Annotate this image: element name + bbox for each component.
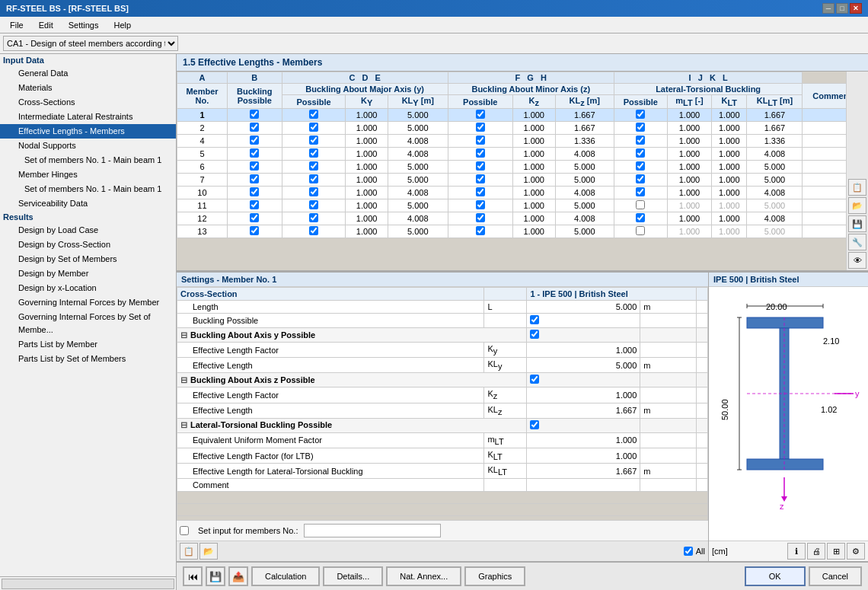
cb-bp-5[interactable] [250, 148, 259, 158]
value-comment[interactable] [527, 479, 640, 492]
cb-ltp-1[interactable] [636, 110, 645, 119]
toolbar-save-btn[interactable]: 💾 [848, 215, 866, 232]
sidebar-item-general-data[interactable]: General Data [0, 66, 176, 81]
sidebar-item-parts-set[interactable]: Parts List by Set of Members [0, 352, 176, 366]
settings-btn-1[interactable]: 📋 [180, 543, 198, 560]
cb-bzp-5[interactable] [476, 148, 485, 158]
nat-annex-button[interactable]: Nat. Annex... [386, 566, 461, 586]
table-container[interactable]: A B C D E F G H I J K L MemberNo. Buckli… [177, 72, 846, 270]
cb-bzp-1[interactable] [476, 110, 485, 119]
minimize-button[interactable]: ─ [822, 3, 834, 14]
members-input[interactable] [304, 524, 441, 537]
cb-ltp-6[interactable] [636, 161, 645, 171]
cb-bp-10[interactable] [250, 187, 259, 196]
cb-bp-1[interactable] [250, 110, 259, 119]
cb-bzp-4[interactable] [476, 136, 485, 145]
cb-bzp-13[interactable] [476, 226, 485, 235]
cb-byp-1[interactable] [309, 110, 318, 119]
sidebar-item-intermediate-lateral[interactable]: Intermediate Lateral Restraints [0, 110, 176, 124]
cb-ltp-2[interactable] [636, 123, 645, 132]
menu-edit[interactable]: Edit [32, 18, 60, 32]
case-dropdown[interactable]: CA1 - Design of steel members according … [3, 36, 178, 51]
sidebar-item-design-member[interactable]: Design by Member [0, 266, 176, 281]
details-button[interactable]: Details... [323, 566, 383, 586]
sidebar-item-nodal-set1[interactable]: Set of members No. 1 - Main beam 1 [0, 153, 176, 167]
cb-bp-6[interactable] [250, 161, 259, 171]
cb-bp-7[interactable] [250, 174, 259, 183]
maximize-button[interactable]: □ [836, 3, 848, 14]
value-mlt[interactable]: 1.000 [527, 432, 640, 448]
diagram-settings-btn[interactable]: ⚙ [847, 543, 865, 560]
save-button[interactable]: 💾 [206, 566, 225, 586]
cb-all[interactable] [684, 547, 693, 556]
cb-ltp-12[interactable] [636, 213, 645, 222]
cb-bzp-7[interactable] [476, 174, 485, 183]
cb-bzp-2[interactable] [476, 123, 485, 132]
cb-byp-6[interactable] [309, 161, 318, 171]
sidebar-item-gov-set[interactable]: Governing Internal Forces by Set of Memb… [0, 310, 176, 337]
cb-byp-7[interactable] [309, 174, 318, 183]
sidebar-item-effective-lengths[interactable]: Effective Lengths - Members [0, 124, 176, 139]
toolbar-settings-btn[interactable]: 🔧 [848, 234, 866, 250]
settings-btn-2[interactable]: 📂 [199, 543, 218, 560]
value-kz[interactable]: 1.000 [527, 387, 640, 403]
cb-buckling-possible[interactable] [530, 315, 539, 324]
cb-byp-12[interactable] [309, 213, 318, 222]
sidebar-item-member-hinges[interactable]: Member Hinges [0, 167, 176, 182]
cb-byp-4[interactable] [309, 136, 318, 145]
cb-bzp-10[interactable] [476, 187, 485, 196]
value-ky[interactable]: 1.000 [527, 343, 640, 358]
value-klz[interactable]: 1.667 [527, 403, 640, 418]
sidebar-item-design-x[interactable]: Design by x-Location [0, 281, 176, 295]
calculation-button[interactable]: Calculation [251, 566, 320, 586]
cb-byp-11[interactable] [309, 200, 318, 209]
diagram-info-btn[interactable]: ℹ [787, 543, 806, 560]
graphics-button[interactable]: Graphics [464, 566, 525, 586]
cb-byp-2[interactable] [309, 123, 318, 132]
cb-buckling-y[interactable] [530, 330, 539, 339]
sidebar-item-cross-sections[interactable]: Cross-Sections [0, 95, 176, 110]
toolbar-paste-btn[interactable]: 📂 [848, 197, 866, 214]
cb-byp-10[interactable] [309, 187, 318, 196]
cb-byp-13[interactable] [309, 226, 318, 235]
sidebar-item-nodal-supports[interactable]: Nodal Supports [0, 139, 176, 153]
cb-byp-5[interactable] [309, 148, 318, 158]
cb-bp-4[interactable] [250, 136, 259, 145]
diagram-print-btn[interactable]: 🖨 [807, 543, 825, 560]
sidebar-item-hinge-set1[interactable]: Set of members No. 1 - Main beam 1 [0, 182, 176, 196]
cb-ltp-11[interactable] [636, 200, 645, 209]
sidebar-item-design-load[interactable]: Design by Load Case [0, 223, 176, 238]
cb-ltp-7[interactable] [636, 174, 645, 183]
cb-bp-12[interactable] [250, 213, 259, 222]
sidebar-item-materials[interactable]: Materials [0, 81, 176, 95]
cancel-button[interactable]: Cancel [809, 566, 862, 586]
sidebar-scrollbar[interactable] [0, 576, 176, 590]
cb-ltp-5[interactable] [636, 148, 645, 158]
nav-back-button[interactable]: ⏮ [183, 566, 203, 586]
close-button[interactable]: ✕ [850, 3, 862, 14]
settings-table[interactable]: Cross-Section 1 - IPE 500 | British Stee… [177, 287, 708, 520]
toolbar-view-btn[interactable]: 👁 [848, 252, 866, 269]
value-kly[interactable]: 5.000 [527, 358, 640, 373]
cb-ltp-13[interactable] [636, 226, 645, 235]
menu-help[interactable]: Help [107, 18, 138, 32]
diagram-fit-btn[interactable]: ⊞ [827, 543, 845, 560]
export-button[interactable]: 📤 [228, 566, 248, 586]
menu-settings[interactable]: Settings [62, 18, 106, 32]
cb-bp-13[interactable] [250, 226, 259, 235]
sidebar-item-design-cross[interactable]: Design by Cross-Section [0, 238, 176, 252]
cb-ltp-10[interactable] [636, 187, 645, 196]
toolbar-copy-btn[interactable]: 📋 [848, 179, 866, 196]
value-kllt[interactable]: 1.667 [527, 464, 640, 479]
cb-bzp-6[interactable] [476, 161, 485, 171]
cb-bzp-12[interactable] [476, 213, 485, 222]
cb-ltp-4[interactable] [636, 136, 645, 145]
cb-bp-11[interactable] [250, 200, 259, 209]
ok-button[interactable]: OK [745, 566, 806, 586]
menu-file[interactable]: File [3, 18, 30, 32]
cb-ltb-possible[interactable] [530, 420, 539, 429]
sidebar-item-parts-member[interactable]: Parts List by Member [0, 337, 176, 352]
cb-bzp-11[interactable] [476, 200, 485, 209]
sidebar-item-gov-member[interactable]: Governing Internal Forces by Member [0, 295, 176, 310]
sidebar-item-serviceability[interactable]: Serviceability Data [0, 196, 176, 211]
